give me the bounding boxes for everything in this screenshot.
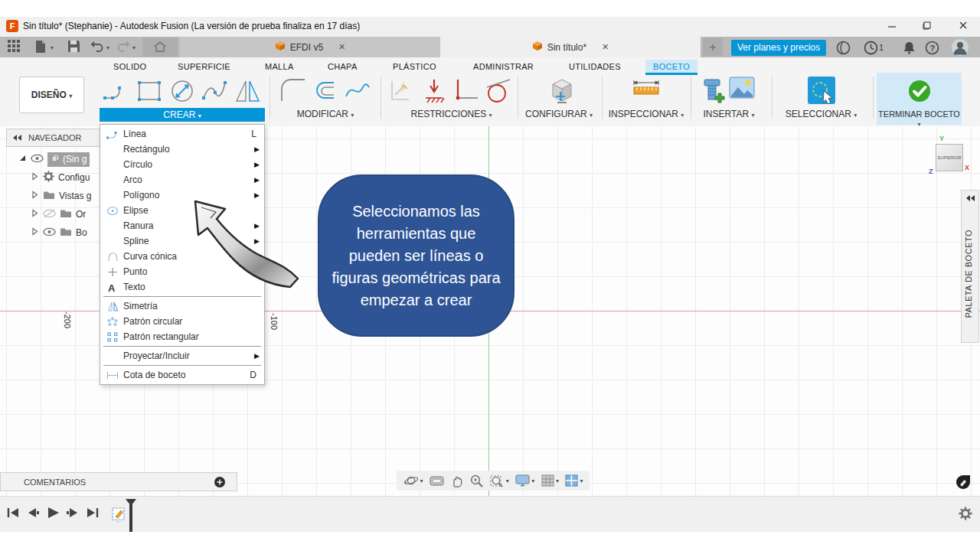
- navigator-root-row[interactable]: (Sin g: [18, 152, 90, 166]
- ribbon-tab-malla[interactable]: MALLA: [265, 62, 294, 71]
- ribbon-tab-boceto[interactable]: BOCETO: [645, 60, 697, 75]
- menu-item-proyectar-incluir[interactable]: Proyectar/Incluir▶: [100, 348, 264, 364]
- document-tab-efdi[interactable]: EFDI v5 ✕: [180, 37, 441, 57]
- menu-item-arco[interactable]: Arco▶: [100, 172, 264, 187]
- file-menu-button[interactable]: [34, 40, 50, 55]
- modificar-dropdown-button[interactable]: MODIFICAR ▾: [279, 109, 371, 119]
- undo-button[interactable]: [90, 40, 106, 55]
- pan-hand-icon[interactable]: [451, 474, 463, 487]
- timeline-go-end-button[interactable]: [84, 504, 101, 521]
- timeline-play-button[interactable]: [44, 504, 61, 521]
- new-tab-button[interactable]: +: [703, 38, 723, 56]
- save-button[interactable]: [67, 40, 83, 55]
- collapsed-arrow-icon[interactable]: [31, 172, 39, 183]
- terminar-boceto-button[interactable]: TERMINAR BOCETO ▾: [877, 73, 962, 125]
- window-minimize-button[interactable]: [880, 19, 903, 34]
- menu-item-linea[interactable]: LíneaL: [100, 126, 264, 142]
- user-avatar[interactable]: [951, 38, 969, 60]
- crear-dropdown-button[interactable]: CREAR ▾: [100, 108, 265, 122]
- tool-fillet-icon[interactable]: [279, 77, 308, 109]
- constraint-perpendicular-icon[interactable]: [452, 77, 481, 109]
- menu-item-rectangulo[interactable]: Rectángulo▶: [100, 142, 264, 157]
- job-status-clock-icon[interactable]: [864, 41, 878, 58]
- configurar-dropdown-button[interactable]: CONFIGURAR ▾: [521, 109, 597, 119]
- ribbon-tab-administrar[interactable]: ADMINISTRAR: [473, 62, 534, 71]
- zoom-icon[interactable]: [469, 474, 483, 487]
- ribbon-tab-utilidades[interactable]: UTILIDADES: [569, 62, 621, 71]
- window-maximize-button[interactable]: [915, 19, 938, 34]
- collapse-panel-icon[interactable]: [13, 135, 22, 141]
- collapsed-arrow-icon[interactable]: [31, 227, 39, 238]
- inspeccionar-dropdown-button[interactable]: INSPECCIONAR ▾: [603, 109, 689, 119]
- visibility-eye-icon[interactable]: [43, 227, 56, 239]
- tool-trim-icon[interactable]: [343, 77, 372, 109]
- redo-button[interactable]: [116, 40, 132, 55]
- tool-line-icon[interactable]: [102, 77, 131, 109]
- window-close-button[interactable]: [952, 19, 975, 34]
- menu-item-patron-rectangular[interactable]: Patrón rectangular: [100, 329, 264, 344]
- navigator-header[interactable]: NAVEGADOR: [6, 129, 100, 147]
- viewports-icon[interactable]: ▾: [565, 474, 583, 487]
- viewcube[interactable]: SUPERIOR: [936, 144, 963, 171]
- tool-offset-icon[interactable]: [311, 77, 340, 109]
- tool-mirror-icon[interactable]: [234, 77, 263, 109]
- tool-measure-icon[interactable]: [629, 77, 663, 107]
- grid-settings-icon[interactable]: ▾: [541, 474, 559, 487]
- navigator-item-settings[interactable]: Configu: [31, 171, 90, 184]
- navigator-item-origin[interactable]: Or: [31, 207, 86, 221]
- visibility-off-eye-icon[interactable]: [43, 209, 56, 220]
- tool-spline-icon[interactable]: [201, 77, 230, 109]
- orbit-icon[interactable]: ▾: [403, 474, 423, 487]
- timeline-step-back-button[interactable]: [24, 504, 41, 521]
- visibility-eye-icon[interactable]: [31, 154, 44, 165]
- timeline-gear-icon[interactable]: [959, 507, 972, 523]
- seleccionar-dropdown-button[interactable]: SELECCIONAR ▾: [773, 109, 869, 119]
- help-icon[interactable]: ?: [925, 41, 939, 58]
- tab-close-icon[interactable]: ✕: [338, 42, 345, 52]
- ribbon-tab-chapa[interactable]: CHAPA: [328, 62, 358, 71]
- collapsed-arrow-icon[interactable]: [31, 191, 39, 201]
- tool-circle-icon[interactable]: [168, 77, 197, 109]
- ribbon-tab-solido[interactable]: SOLIDO: [113, 62, 146, 71]
- tool-insert-fastener-icon[interactable]: [698, 77, 729, 110]
- constraint-tangent-icon[interactable]: [484, 77, 513, 109]
- restricciones-dropdown-button[interactable]: RESTRICCIONES ▾: [392, 109, 511, 119]
- constraint-auto-icon[interactable]: [387, 77, 416, 109]
- document-tab-sin-titulo[interactable]: Sin título* ✕: [440, 37, 701, 57]
- tool-insert-image-icon[interactable]: [729, 77, 755, 103]
- navigator-item-sketches[interactable]: Bo: [31, 226, 87, 240]
- menu-item-circulo[interactable]: Círculo▶: [100, 157, 264, 172]
- file-menu-caret-icon[interactable]: ▾: [51, 44, 54, 51]
- comments-bar[interactable]: COMENTARIOS: [0, 472, 237, 491]
- menu-item-cota-de-boceto[interactable]: Cota de bocetoD: [100, 367, 264, 383]
- home-button[interactable]: [142, 37, 178, 57]
- tool-select-icon[interactable]: [808, 77, 835, 107]
- expanded-arrow-icon[interactable]: [18, 154, 27, 165]
- timeline-position-marker[interactable]: [125, 498, 137, 535]
- navigator-item-saved-views[interactable]: Vistas g: [31, 189, 91, 203]
- add-comment-icon[interactable]: [214, 476, 226, 488]
- redo-caret-icon[interactable]: ▾: [132, 44, 136, 51]
- display-settings-icon[interactable]: ▾: [515, 474, 534, 487]
- menu-item-patron-circular[interactable]: Patrón circular: [100, 314, 264, 329]
- undo-caret-icon[interactable]: ▾: [106, 44, 109, 51]
- ribbon-tab-plastico[interactable]: PLÁSTICO: [393, 62, 436, 71]
- extensions-icon[interactable]: [836, 41, 851, 58]
- plans-pricing-button[interactable]: Ver planes y precios: [731, 40, 826, 56]
- workspace-selector[interactable]: DISEÑO ▾: [19, 77, 84, 113]
- insertar-dropdown-button[interactable]: INSERTAR ▾: [691, 109, 767, 119]
- timeline-step-forward-button[interactable]: [64, 504, 81, 521]
- feedback-badge-icon[interactable]: [956, 474, 971, 493]
- zoom-window-icon[interactable]: ▾: [490, 474, 509, 487]
- expand-panel-icon[interactable]: [966, 195, 975, 201]
- document-root-item[interactable]: (Sin g: [47, 152, 90, 167]
- tool-configure-icon[interactable]: [544, 77, 577, 110]
- timeline-go-start-button[interactable]: [5, 504, 21, 521]
- constraint-fix-icon[interactable]: [420, 77, 449, 109]
- app-launcher-icon[interactable]: [8, 40, 23, 55]
- notifications-bell-icon[interactable]: [902, 41, 916, 58]
- tab-close-icon[interactable]: ✕: [602, 42, 609, 52]
- collapsed-arrow-icon[interactable]: [31, 209, 39, 220]
- look-at-icon[interactable]: [430, 475, 444, 487]
- ribbon-tab-superficie[interactable]: SUPERFICIE: [178, 62, 230, 71]
